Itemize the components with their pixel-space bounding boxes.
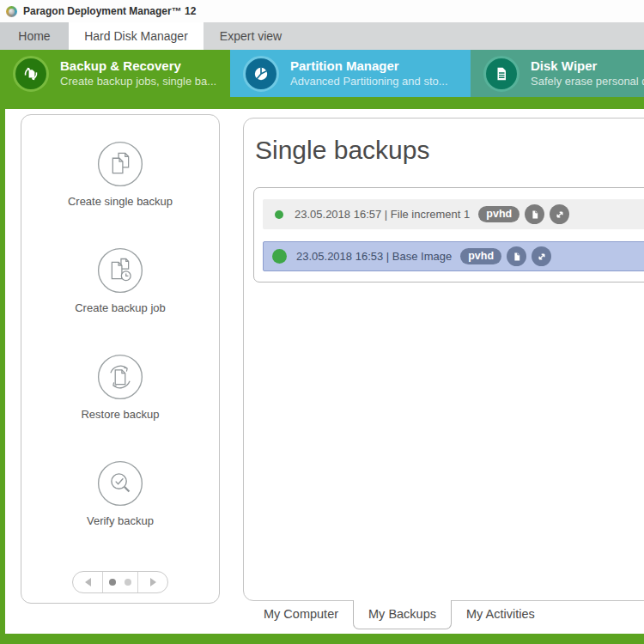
pager-dots [103, 572, 137, 592]
sidebar-item-verify-backup[interactable]: Verify backup [87, 460, 154, 527]
banner-subtitle: Safely erase personal dat [531, 75, 644, 89]
sidebar-item-label: Create backup job [75, 301, 166, 314]
banner-partition-manager[interactable]: Partition Manager Advanced Partitioning … [230, 50, 471, 97]
sidebar-item-create-backup-job[interactable]: Create backup job [75, 247, 166, 314]
pager-next-button[interactable] [137, 572, 167, 592]
disk-wiper-icon [483, 56, 519, 92]
banner-subtitle: Advanced Partitioning and sto... [290, 75, 448, 89]
tab-my-computer[interactable]: My Computer [249, 600, 353, 629]
sidebar-item-label: Verify backup [87, 514, 154, 527]
magnifier-check-icon [97, 460, 143, 507]
green-bottom-edge [0, 634, 644, 644]
pager-prev-button[interactable] [73, 572, 103, 592]
status-dot [275, 210, 283, 219]
page-refresh-icon [97, 354, 143, 400]
backup-row-label: 23.05.2018 16:53 | Base Image [296, 250, 452, 263]
sidebar-item-create-single-backup[interactable]: Create single backup [68, 141, 173, 208]
banner-title: Partition Manager [290, 58, 448, 75]
file-details-button[interactable] [525, 204, 544, 224]
tab-home[interactable]: Home [0, 22, 69, 50]
actions-sidebar: Create single backup Create backup job [21, 114, 220, 604]
green-left-edge [0, 97, 5, 644]
tab-my-activities[interactable]: My Activities [452, 600, 550, 629]
page-title: Single backups [255, 136, 644, 165]
backup-list: 23.05.2018 16:57 | File increment 1 pvhd [253, 187, 644, 283]
title-bar: Paragon Deployment Manager™ 12 [0, 0, 644, 22]
chevron-left-icon [85, 578, 91, 586]
page-clock-icon [97, 247, 143, 294]
sidebar-pager [72, 571, 168, 593]
collapse-arrows-button[interactable] [532, 246, 551, 266]
tab-expert-view[interactable]: Expert view [204, 22, 298, 50]
green-divider-strip [0, 97, 644, 109]
banner-backup-recovery[interactable]: Backup & Recovery Create backup jobs, si… [0, 50, 230, 97]
window-title: Paragon Deployment Manager™ 12 [23, 5, 196, 17]
pager-dot [125, 579, 131, 586]
pager-dot-active [109, 579, 116, 586]
format-badge: pvhd [460, 248, 501, 265]
tab-hard-disk-manager[interactable]: Hard Disk Manager [69, 22, 204, 50]
backup-row-base-image-selected[interactable]: 23.05.2018 16:53 | Base Image pvhd [263, 241, 644, 271]
copy-pages-icon [97, 141, 143, 187]
bottom-tab-bar: My Computer My Backups My Activities [249, 600, 550, 629]
chevron-right-icon [150, 578, 156, 586]
backup-row-label: 23.05.2018 16:57 | File increment 1 [295, 208, 470, 221]
module-banner: Backup & Recovery Create backup jobs, si… [0, 50, 644, 97]
sidebar-item-label: Create single backup [68, 195, 173, 208]
format-badge: pvhd [478, 206, 519, 223]
backup-recovery-icon [13, 56, 49, 92]
sidebar-item-label: Restore backup [81, 408, 159, 421]
banner-disk-wiper[interactable]: Disk Wiper Safely erase personal dat [471, 50, 644, 97]
tab-my-backups[interactable]: My Backups [353, 600, 452, 629]
main-panel: Single backups 23.05.2018 16:57 | File i… [243, 118, 644, 601]
partition-manager-icon [243, 56, 279, 92]
banner-title: Disk Wiper [531, 58, 644, 75]
paragon-logo-icon [6, 6, 17, 17]
status-dot [272, 249, 287, 264]
file-details-button[interactable] [507, 246, 526, 266]
collapse-arrows-button[interactable] [550, 204, 569, 224]
app-window: Paragon Deployment Manager™ 12 Home Hard… [0, 0, 644, 644]
banner-title: Backup & Recovery [60, 58, 216, 75]
sidebar-item-restore-backup[interactable]: Restore backup [81, 354, 159, 421]
top-tab-bar: Home Hard Disk Manager Expert view [0, 22, 644, 50]
backup-row-file-increment[interactable]: 23.05.2018 16:57 | File increment 1 pvhd [263, 199, 644, 229]
banner-subtitle: Create backup jobs, single ba... [60, 75, 216, 89]
